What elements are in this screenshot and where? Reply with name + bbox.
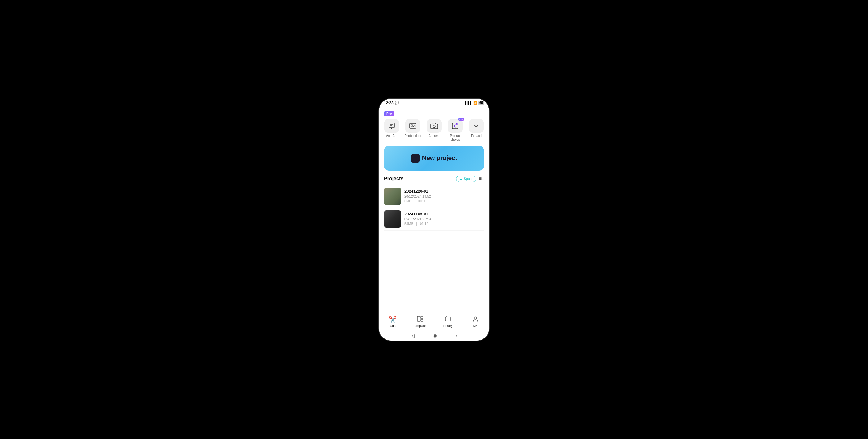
new-project-content: + New project	[411, 154, 457, 163]
project-date-1: 20/12/2024 19:52	[404, 194, 470, 198]
cloud-icon: ☁	[459, 177, 462, 181]
home-button[interactable]: ◉	[433, 333, 437, 338]
main-content: Pro AutoCut	[379, 107, 489, 313]
svg-point-5	[433, 125, 435, 127]
photo-editor-icon	[409, 122, 416, 130]
autocut-icon-box	[384, 119, 399, 133]
whatsapp-icon: 💬	[395, 101, 399, 105]
nav-edit[interactable]: ✂️ Edit	[379, 313, 406, 331]
autocut-icon	[388, 122, 395, 130]
new-project-label: New project	[422, 155, 457, 162]
projects-title: Projects	[384, 176, 403, 182]
projects-actions: ☁ Space ≡↕	[456, 176, 484, 182]
edit-nav-icon: ✂️	[389, 316, 397, 323]
svg-rect-9	[421, 316, 423, 319]
new-project-button[interactable]: + New project	[384, 146, 484, 170]
camera-label: Camera	[429, 134, 440, 138]
phone-frame: 12:23 💬 ▌▌▌ 📶 65 Pro	[379, 99, 489, 341]
photo-editor-icon-box	[405, 119, 420, 133]
project-duration-1: 00:09	[418, 199, 427, 203]
expand-icon-box	[469, 119, 484, 133]
project-more-button-2[interactable]: ⋮	[473, 214, 484, 224]
tool-autocut[interactable]: AutoCut	[381, 119, 402, 138]
product-photos-icon-box: Pro AI	[448, 119, 463, 133]
project-item[interactable]: 20241220-01 20/12/2024 19:52 6MB ｜ 00:09…	[384, 185, 484, 208]
project-meta-2: 53MB ｜ 01:12	[404, 221, 470, 226]
project-thumbnail-1	[384, 188, 401, 205]
templates-nav-label: Templates	[413, 324, 427, 327]
nav-me[interactable]: Me	[462, 313, 489, 331]
camera-icon	[430, 122, 438, 130]
recent-button[interactable]: ▪	[456, 333, 457, 338]
project-size-1: 6MB	[404, 199, 411, 203]
projects-header: Projects ☁ Space ≡↕	[384, 176, 484, 182]
me-nav-icon	[472, 316, 478, 323]
library-nav-icon	[445, 316, 451, 323]
project-name-2: 20241105-01	[404, 212, 470, 216]
status-time: 12:23 💬	[384, 101, 399, 105]
edit-nav-label: Edit	[390, 324, 396, 327]
back-button[interactable]: ◁	[411, 333, 414, 338]
tool-camera[interactable]: Camera	[424, 119, 444, 138]
projects-section: Projects ☁ Space ≡↕ 20241220-01 20/12/20…	[379, 173, 489, 313]
svg-rect-0	[389, 123, 395, 127]
autocut-label: AutoCut	[386, 134, 397, 138]
me-nav-label: Me	[473, 324, 477, 328]
project-meta-1: 6MB ｜ 00:09	[404, 199, 470, 203]
project-info-2: 20241105-01 05/11/2024 21:53 53MB ｜ 01:1…	[401, 212, 473, 226]
product-photos-icon: AI	[452, 122, 459, 130]
expand-icon	[473, 123, 479, 129]
tool-photo-editor[interactable]: Photo editor	[403, 119, 423, 138]
project-info-1: 20241220-01 20/12/2024 19:52 6MB ｜ 00:09	[401, 189, 473, 203]
battery-display: 65	[478, 101, 484, 105]
product-photos-label: Product photos	[445, 134, 465, 142]
project-date-2: 05/11/2024 21:53	[404, 217, 470, 221]
wifi-icon: 📶	[473, 101, 477, 104]
svg-text:AI: AI	[456, 123, 458, 125]
svg-rect-8	[417, 316, 420, 321]
svg-rect-10	[421, 319, 423, 321]
time-display: 12:23	[384, 101, 394, 105]
tool-expand[interactable]: Expand	[466, 119, 487, 138]
project-duration-2: 01:12	[420, 222, 429, 225]
project-thumbnail-2	[384, 210, 401, 228]
status-bar: 12:23 💬 ▌▌▌ 📶 65	[379, 99, 489, 107]
nav-library[interactable]: Library	[434, 313, 462, 331]
space-label: Space	[464, 177, 473, 181]
toolbar: AutoCut Photo editor	[379, 117, 489, 143]
tool-product-photos[interactable]: Pro AI Product photos	[445, 119, 465, 142]
pro-chip: Pro	[458, 118, 464, 121]
pro-badge-wrap: Pro	[379, 107, 489, 117]
photo-editor-label: Photo editor	[404, 134, 421, 138]
project-more-button-1[interactable]: ⋮	[473, 192, 484, 201]
plus-icon: +	[411, 154, 420, 163]
space-button[interactable]: ☁ Space	[456, 176, 476, 182]
camera-icon-box	[427, 119, 442, 133]
expand-label: Expand	[471, 134, 482, 138]
signal-icon: ▌▌▌	[465, 101, 472, 104]
android-nav: ◁ ◉ ▪	[379, 331, 489, 341]
svg-point-11	[474, 317, 476, 319]
library-nav-label: Library	[443, 324, 453, 327]
svg-rect-4	[411, 125, 413, 126]
nav-templates[interactable]: Templates	[406, 313, 434, 331]
sort-icon[interactable]: ≡↕	[479, 176, 484, 182]
pro-badge: Pro	[384, 112, 395, 116]
status-icons: ▌▌▌ 📶 65	[465, 101, 484, 105]
project-item-2[interactable]: 20241105-01 05/11/2024 21:53 53MB ｜ 01:1…	[384, 208, 484, 230]
project-name-1: 20241220-01	[404, 189, 470, 194]
project-size-2: 53MB	[404, 222, 413, 225]
templates-nav-icon	[417, 316, 423, 323]
bottom-nav: ✂️ Edit Templates Library	[379, 313, 489, 331]
